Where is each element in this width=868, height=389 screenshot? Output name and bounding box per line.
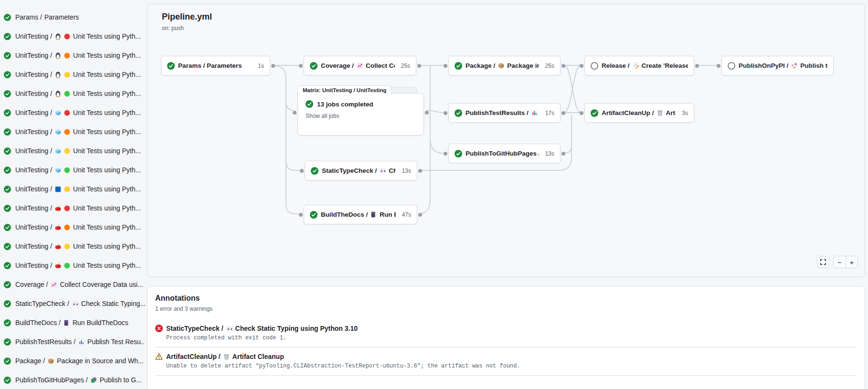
success-status-icon bbox=[4, 109, 11, 116]
success-status-icon bbox=[4, 128, 11, 136]
graph-node-publishonpypi[interactable]: PublishOnPyPI / Publish to ... bbox=[721, 56, 834, 75]
job-step-label: Run BuildTheDocs bbox=[73, 319, 128, 326]
skipped-status-icon bbox=[591, 62, 598, 70]
graph-node-release[interactable]: Release / Create 'Release P... bbox=[584, 56, 694, 75]
matrix-group-node[interactable]: 13 jobs completed Show all jobs bbox=[297, 93, 424, 136]
success-status-icon bbox=[4, 52, 11, 59]
apple-icon bbox=[54, 224, 62, 231]
success-status-icon bbox=[4, 205, 11, 212]
success-status-icon bbox=[4, 319, 11, 326]
job-name: PublishToGitHubPages / bbox=[15, 376, 88, 384]
graph-node-publishtogithubpages[interactable]: PublishToGitHubPages / ... 13s bbox=[448, 144, 561, 163]
success-status-icon bbox=[4, 186, 11, 193]
sidebar-job-item[interactable]: StaticTypeCheck / Check Static Typing... bbox=[4, 294, 147, 313]
circle-yellow-icon bbox=[64, 147, 71, 155]
graph-node-params[interactable]: Params / Parameters 1s bbox=[161, 56, 270, 75]
node-step-label: Artifac... bbox=[666, 109, 676, 116]
graph-node-coverage[interactable]: Coverage / Collect Cove... 25s bbox=[304, 56, 416, 75]
zoom-in-button[interactable]: + bbox=[846, 256, 857, 268]
node-duration: 25s bbox=[542, 63, 554, 69]
graph-edges bbox=[148, 4, 865, 277]
sidebar-job-item[interactable]: UnitTesting / Unit Tests using Pyth... bbox=[4, 103, 147, 122]
annotations-summary: 1 error and 3 warnings bbox=[155, 305, 857, 312]
sidebar-job-item[interactable]: Package / Package in Source and Wh... bbox=[4, 351, 147, 370]
graph-node-artifactcleanup[interactable]: ArtifactCleanUp / Artifac... 3s bbox=[584, 103, 694, 123]
annotation-message: Process completed with exit code 1. bbox=[166, 335, 857, 341]
circle-red-icon bbox=[64, 109, 71, 116]
annotation-row: StaticTypeCheck / Check Static Typing us… bbox=[155, 319, 857, 347]
job-step-label: Publish to G... bbox=[100, 376, 142, 384]
job-step-label: Package in Source and Wh... bbox=[57, 357, 143, 365]
success-status-icon bbox=[455, 150, 462, 158]
fullscreen-button[interactable] bbox=[817, 256, 829, 268]
zoom-out-button[interactable]: − bbox=[834, 256, 846, 268]
sidebar-job-item[interactable]: BuildTheDocs / Run BuildTheDocs bbox=[4, 313, 147, 332]
penguin-icon bbox=[54, 90, 62, 97]
success-status-icon bbox=[310, 211, 318, 219]
annotations-title: Annotations bbox=[155, 294, 857, 303]
circle-red-icon bbox=[64, 205, 71, 212]
graph-node-buildthedocs[interactable]: BuildTheDocs / Run Buil... 47s bbox=[304, 205, 417, 224]
sidebar-job-item[interactable]: UnitTesting / Unit Tests using Pyth... bbox=[4, 27, 147, 46]
annotations-panel: Annotations 1 error and 3 warnings Stati… bbox=[147, 286, 865, 389]
job-name: UnitTesting / bbox=[15, 242, 52, 250]
job-name: UnitTesting / bbox=[15, 147, 52, 155]
node-job-name: BuildTheDocs / bbox=[321, 211, 368, 218]
job-name: Params / bbox=[15, 13, 42, 21]
graph-node-statictypecheck[interactable]: StaticTypeCheck / Chec... 13s bbox=[305, 161, 417, 180]
job-step-label: Unit Tests using Pyth... bbox=[73, 223, 141, 231]
job-step-label: Unit Tests using Pyth... bbox=[73, 262, 141, 269]
job-name: BuildTheDocs / bbox=[15, 319, 61, 326]
edge-connector-dot bbox=[444, 111, 447, 115]
graph-node-package[interactable]: Package / Package in So... 25s bbox=[448, 56, 561, 75]
sidebar-job-item[interactable]: UnitTesting / Unit Tests using Pyth... bbox=[4, 46, 147, 65]
sidebar-job-item[interactable]: UnitTesting / Unit Tests using Pyth... bbox=[4, 84, 147, 103]
node-job-name: StaticTypeCheck / bbox=[322, 167, 377, 174]
graph-node-publishtestresults[interactable]: PublishTestResults / Pu... 17s bbox=[448, 103, 561, 123]
ice-cube-icon bbox=[54, 147, 62, 155]
job-name: UnitTesting / bbox=[15, 128, 52, 136]
sidebar-job-item[interactable]: Coverage / Collect Coverage Data usi... bbox=[4, 275, 147, 294]
sidebar-job-item[interactable]: UnitTesting / Unit Tests using Pyth... bbox=[4, 237, 147, 256]
sidebar-job-item[interactable]: UnitTesting / Unit Tests using Pyth... bbox=[4, 65, 147, 84]
sidebar-job-item[interactable]: UnitTesting / Unit Tests using Pyth... bbox=[4, 122, 147, 141]
sidebar-job-item[interactable]: UnitTesting / Unit Tests using Pyth... bbox=[4, 179, 147, 199]
node-duration: 3s bbox=[679, 110, 688, 116]
rocket-icon bbox=[791, 62, 798, 69]
node-duration: 13s bbox=[399, 168, 411, 174]
sidebar-job-item[interactable]: UnitTesting / Unit Tests using Pyth... bbox=[4, 141, 147, 160]
sidebar-job-item[interactable]: UnitTesting / Unit Tests using Pyth... bbox=[4, 199, 147, 218]
apple-icon bbox=[54, 243, 62, 250]
sidebar-job-item[interactable]: UnitTesting / Unit Tests using Pyth... bbox=[4, 218, 147, 237]
job-step-label: Unit Tests using Pyth... bbox=[73, 242, 141, 250]
show-all-jobs-link[interactable]: Show all jobs bbox=[306, 113, 339, 119]
node-step-label: Run Buil... bbox=[380, 211, 395, 218]
job-name: UnitTesting / bbox=[15, 185, 52, 193]
node-job-name: PublishOnPyPI / bbox=[739, 62, 788, 69]
success-status-icon bbox=[4, 377, 11, 384]
matrix-group-tab: Matrix: UnitTesting / UnitTesting bbox=[297, 85, 392, 95]
matrix-stack-ghost-tab bbox=[389, 87, 417, 94]
sidebar-job-item[interactable]: PublishTestResults / Publish Test Resu..… bbox=[4, 332, 147, 351]
node-job-name: ArtifactCleanUp / bbox=[602, 109, 654, 116]
edge-connector-dot bbox=[299, 213, 303, 217]
wastebasket-icon bbox=[656, 109, 664, 116]
sidebar-job-item[interactable]: PublishToGitHubPages / Publish to G... bbox=[4, 370, 147, 389]
success-status-icon bbox=[4, 167, 11, 174]
node-job-name: Release / bbox=[602, 62, 630, 69]
penguin-icon bbox=[54, 33, 62, 40]
job-step-label: Collect Coverage Data usi... bbox=[60, 281, 143, 288]
sidebar-job-item[interactable]: UnitTesting / Unit Tests using Pyth... bbox=[4, 160, 147, 179]
sidebar-job-item[interactable]: UnitTesting / Unit Tests using Pyth... bbox=[4, 256, 147, 275]
node-job-name: PublishToGitHubPages / bbox=[466, 150, 539, 157]
node-step-label: Create 'Release P... bbox=[642, 62, 688, 69]
job-step-label: Unit Tests using Pyth... bbox=[73, 109, 141, 116]
sidebar-job-item[interactable]: Params / Parameters bbox=[4, 8, 147, 27]
success-status-icon bbox=[4, 262, 11, 269]
success-status-icon bbox=[4, 224, 11, 231]
node-duration: 47s bbox=[399, 211, 411, 218]
node-duration: 13s bbox=[542, 150, 554, 157]
node-duration: 17s bbox=[542, 110, 554, 116]
annotation-step-name: Artifact Cleanup bbox=[233, 353, 284, 360]
edge-connector-dot bbox=[561, 152, 565, 156]
